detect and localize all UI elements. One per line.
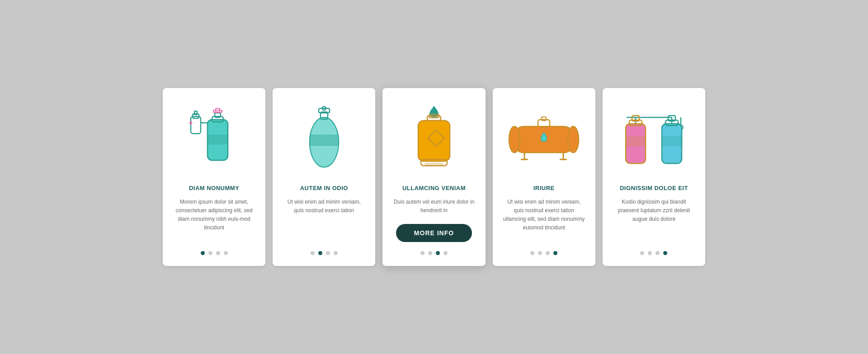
svg-rect-8 [208, 135, 228, 144]
lpg-cylinder-flame-icon [405, 102, 463, 174]
svg-point-28 [509, 126, 520, 153]
card-5-body: Kodio dignissim qui blandit praesent lup… [612, 198, 696, 242]
card-2-title: AUTEM IN ODIO [300, 185, 348, 191]
dot-active [201, 251, 205, 255]
dot [640, 251, 644, 255]
dot [326, 251, 330, 255]
card-4-icon-area [502, 102, 586, 174]
dot-active [553, 251, 557, 255]
dot [311, 251, 315, 255]
card-3: ULLAMCING VENIAM Duis autem vel eum iriu… [382, 88, 485, 266]
card-1-icon-area [172, 102, 256, 174]
svg-point-29 [568, 126, 579, 153]
card-5-title: DIGNISSIM DOLOE EIT [620, 185, 688, 191]
svg-rect-45 [662, 136, 682, 146]
dot-active [663, 251, 667, 255]
svg-rect-15 [310, 135, 339, 146]
card-5-icon-area [612, 102, 696, 174]
svg-rect-2 [194, 111, 197, 115]
two-cylinders-connected-icon [618, 104, 690, 172]
card-1-title: DIAM NONUMMY [189, 185, 239, 191]
card-2-body: Ut wisi enim ad minim veniam, quis nostr… [282, 198, 366, 242]
card-3-dots [420, 251, 448, 255]
card-4-body: Ut wisi enim ad minim veniam, quis nostr… [502, 198, 586, 242]
svg-rect-41 [626, 136, 646, 146]
dot-active [436, 251, 440, 255]
card-2: AUTEM IN ODIO Ut wisi enim ad minim veni… [273, 88, 375, 266]
card-4-dots [530, 251, 557, 255]
card-3-title: ULLAMCING VENIAM [402, 185, 466, 191]
more-info-button[interactable]: MORE INFO [396, 224, 472, 242]
card-2-icon-area [282, 102, 366, 174]
card-1: DIAM NONUMMY Morem ipsum dolor sit amet,… [163, 88, 265, 266]
card-1-dots [201, 251, 228, 255]
dot [648, 251, 652, 255]
dot [420, 251, 425, 255]
card-3-body: Duis autem vel eum iriure dolor in hendr… [392, 198, 476, 215]
card-4-title: IRIURE [533, 185, 555, 191]
dot [216, 251, 220, 255]
rounded-tank-icon [302, 104, 347, 172]
card-5-dots [640, 251, 667, 255]
dot-active [318, 251, 322, 255]
dot [208, 251, 212, 255]
dot [443, 251, 448, 255]
card-4: IRIURE Ut wisi enim ad minim veniam, qui… [493, 88, 595, 266]
dot [546, 251, 550, 255]
svg-rect-22 [425, 163, 443, 166]
dot [428, 251, 432, 255]
svg-point-4 [189, 121, 192, 124]
card-2-dots [311, 251, 338, 255]
cards-container: DIAM NONUMMY Morem ipsum dolor sit amet,… [163, 88, 705, 266]
card-5: DIGNISSIM DOLOE EIT Kodio dignissim qui … [603, 88, 705, 266]
dot [656, 251, 660, 255]
card-1-body: Morem ipsum dolor sit amet, consectetuer… [172, 198, 256, 242]
dot [334, 251, 338, 255]
gas-cylinder-with-tube-icon [187, 104, 241, 172]
horizontal-tank-flame-icon [505, 111, 582, 165]
svg-rect-19 [418, 121, 450, 161]
dot [224, 251, 228, 255]
card-3-icon-area [392, 102, 476, 174]
svg-rect-0 [191, 116, 201, 134]
dot [530, 251, 534, 255]
dot [538, 251, 542, 255]
